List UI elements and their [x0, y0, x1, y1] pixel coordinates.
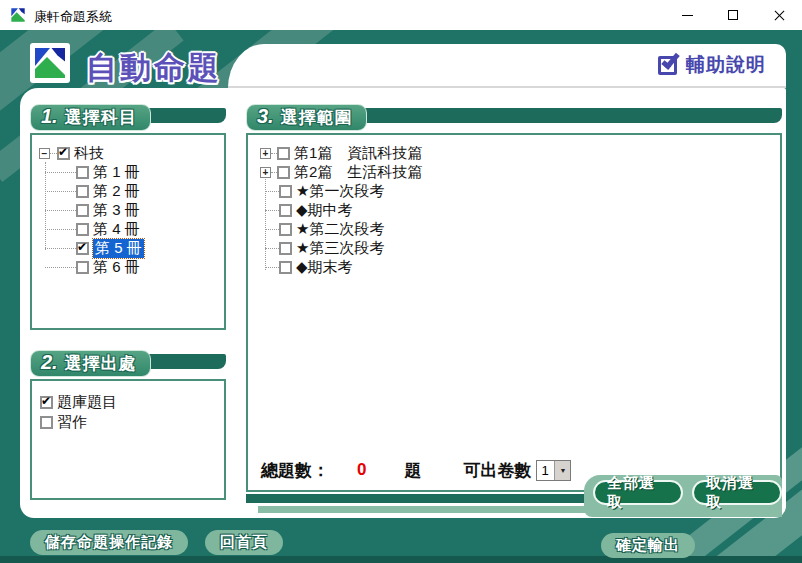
chevron-down-icon[interactable]: ▼ — [554, 461, 570, 480]
summary-row: 總題數： 0 題 可出卷數 1 ▼ — [261, 459, 571, 481]
checkbox-unchecked[interactable] — [76, 185, 89, 198]
minimize-button[interactable] — [664, 0, 710, 30]
window-title: 康軒命題系統 — [34, 8, 112, 26]
checkbox-unchecked[interactable] — [277, 166, 290, 179]
tree-item-label[interactable]: 第 6 冊 — [93, 258, 140, 277]
panel-number: 3. — [257, 105, 274, 128]
checkbox-unchecked[interactable] — [76, 166, 89, 179]
checkbox-unchecked[interactable] — [279, 223, 292, 236]
tree-row[interactable]: 第1篇 資訊科技篇 — [248, 144, 780, 163]
tree-item-label[interactable]: ◆期末考 — [296, 258, 353, 277]
checkbox-unchecked[interactable] — [40, 416, 53, 429]
tree-item-label[interactable]: 第1篇 資訊科技篇 — [294, 144, 422, 163]
confirm-output-button[interactable]: 確定輸出 — [601, 533, 695, 558]
kangxuan-logo-icon — [32, 45, 68, 81]
tree-item-label[interactable]: 第 3 冊 — [93, 201, 140, 220]
tree-item-label[interactable]: 第 1 冊 — [93, 163, 140, 182]
paper-count-label: 可出卷數 — [463, 459, 531, 482]
total-questions-label: 總題數： — [261, 459, 329, 482]
help-button[interactable]: 輔助說明 — [658, 52, 766, 78]
panel-title: 選擇出處 — [65, 352, 137, 375]
checkbox-unchecked[interactable] — [279, 185, 292, 198]
tree-item-label[interactable]: ★第一次段考 — [296, 182, 384, 201]
total-questions-value: 0 — [357, 460, 366, 480]
checkbox-unchecked[interactable] — [279, 261, 292, 274]
tree-item-label[interactable]: ★第二次段考 — [296, 220, 384, 239]
title-bar: 康軒命題系統 — [0, 0, 802, 30]
tree-row[interactable]: ◆期末考 — [248, 258, 780, 277]
option-label[interactable]: 題庫題目 — [57, 393, 117, 412]
tree-item-label[interactable]: 科技 — [74, 144, 104, 163]
header-band: 輔助說明 — [228, 44, 786, 88]
panel-header-chip: 1. 選擇科目 — [30, 104, 151, 131]
panel-header-chip: 2. 選擇出處 — [30, 350, 151, 377]
panel-title: 選擇科目 — [65, 106, 137, 129]
checkbox-unchecked[interactable] — [277, 147, 290, 160]
checkbox-checked[interactable] — [57, 147, 70, 160]
tree-row[interactable]: 第 2 冊 — [32, 182, 224, 201]
subject-tree-container: 科技 第 1 冊 第 2 冊 第 3 冊 — [30, 133, 226, 330]
tree-row-selected[interactable]: 第 5 冊 — [32, 239, 224, 258]
checkbox-unchecked[interactable] — [279, 204, 292, 217]
collapse-icon[interactable] — [39, 148, 50, 159]
deselect-button[interactable]: 取消選取 — [692, 480, 782, 505]
option-row[interactable]: 題庫題目 — [40, 392, 224, 412]
tree-item-label[interactable]: ◆期中考 — [296, 201, 353, 220]
tree-row[interactable]: ★第三次段考 — [248, 239, 780, 258]
checkbox-checked[interactable] — [40, 396, 53, 409]
tree-row[interactable]: 第 1 冊 — [32, 163, 224, 182]
tree-row-root[interactable]: 科技 — [32, 144, 224, 163]
home-button[interactable]: 回首頁 — [205, 530, 283, 555]
page-title: 自動命題 — [86, 47, 222, 89]
option-row[interactable]: 習作 — [40, 412, 224, 432]
tree-row[interactable]: ★第二次段考 — [248, 220, 780, 239]
paper-count-value: 1 — [537, 461, 554, 480]
help-label: 輔助說明 — [686, 52, 766, 78]
maximize-button[interactable] — [710, 0, 756, 30]
expand-icon[interactable] — [260, 167, 271, 178]
maximize-icon — [728, 10, 738, 20]
panel-number: 1. — [41, 105, 58, 128]
close-button[interactable] — [756, 0, 802, 30]
tree-row[interactable]: 第 3 冊 — [32, 201, 224, 220]
save-log-button[interactable]: 儲存命題操作記錄 — [30, 530, 188, 555]
panel-number: 2. — [41, 351, 58, 374]
select-all-button[interactable]: 全部選取 — [593, 480, 683, 505]
panel-select-source: 2. 選擇出處 題庫題目 習作 — [30, 350, 226, 500]
panel-select-range: 3. 選擇範圍 第1篇 資訊科技篇 第2篇 生活科技篇 — [246, 104, 782, 492]
checkbox-checked[interactable] — [76, 242, 89, 255]
expand-icon[interactable] — [260, 148, 271, 159]
panel-select-subject: 1. 選擇科目 科技 第 1 冊 — [30, 104, 226, 330]
checkbox-unchecked[interactable] — [76, 261, 89, 274]
minimize-icon — [682, 15, 693, 16]
panel-header-chip: 3. 選擇範圍 — [246, 104, 367, 131]
option-label[interactable]: 習作 — [57, 413, 87, 432]
tree-row[interactable]: 第 6 冊 — [32, 258, 224, 277]
range-tree-container: 第1篇 資訊科技篇 第2篇 生活科技篇 ★第一次段考 ◆ — [246, 133, 782, 492]
checkbox-unchecked[interactable] — [279, 242, 292, 255]
tree-item-label[interactable]: ★第三次段考 — [296, 239, 384, 258]
tree-row[interactable]: ◆期中考 — [248, 201, 780, 220]
questions-unit-label: 題 — [404, 459, 421, 482]
checkbox-unchecked[interactable] — [76, 204, 89, 217]
app-logo-icon — [10, 7, 26, 23]
help-checkbox-icon — [658, 56, 677, 75]
tree-item-label[interactable]: 第 4 冊 — [93, 220, 140, 239]
paper-count-select[interactable]: 1 ▼ — [536, 460, 571, 481]
checkbox-unchecked[interactable] — [76, 223, 89, 236]
tree-row[interactable]: 第2篇 生活科技篇 — [248, 163, 780, 182]
tree-row[interactable]: 第 4 冊 — [32, 220, 224, 239]
tree-item-label[interactable]: 第 2 冊 — [93, 182, 140, 201]
app-background: 輔助說明 自動命題 1. 選擇科目 科技 — [0, 30, 802, 563]
source-options-container: 題庫題目 習作 — [30, 379, 226, 500]
selection-actions-area: 全部選取 取消選取 — [584, 475, 782, 517]
panel-title: 選擇範圍 — [281, 106, 353, 129]
tree-row[interactable]: ★第一次段考 — [248, 182, 780, 201]
tree-item-label[interactable]: 第2篇 生活科技篇 — [294, 163, 422, 182]
kangxuan-logo — [30, 43, 70, 83]
tree-item-label[interactable]: 第 5 冊 — [93, 239, 144, 258]
close-icon — [773, 9, 785, 21]
